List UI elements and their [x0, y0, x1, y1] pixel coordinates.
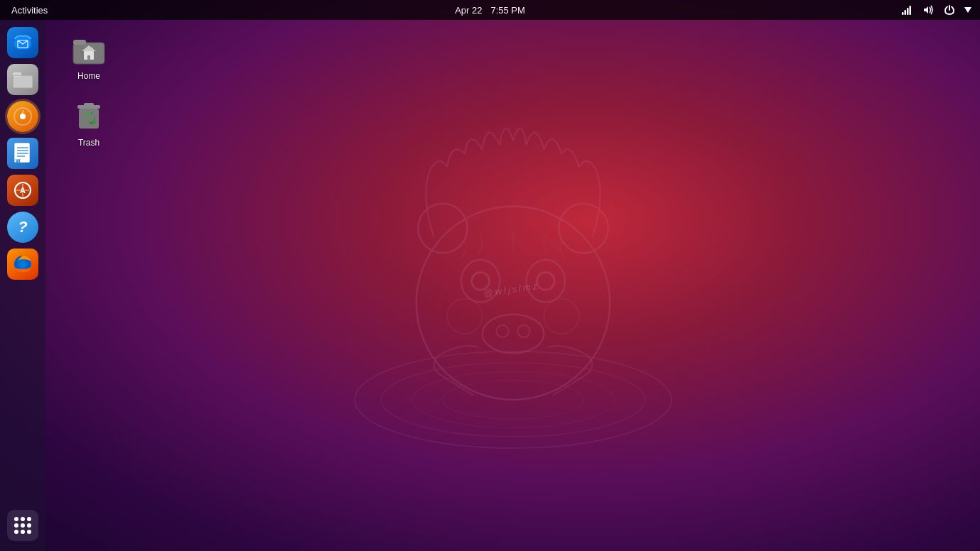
svg-point-8	[526, 260, 564, 302]
svg-rect-50	[79, 109, 99, 129]
svg-rect-43	[73, 40, 86, 45]
hippo-watermark	[45, 20, 980, 551]
svg-point-13	[517, 325, 529, 337]
desktop: @wljslmz	[0, 0, 980, 551]
dock-item-thunderbird[interactable]	[6, 26, 40, 60]
watermark-text: @wljslmz	[483, 280, 540, 299]
dock-item-help[interactable]: ?	[6, 210, 40, 244]
dock-item-software[interactable]: A	[6, 173, 40, 207]
desktop-icon-trash[interactable]: Trash	[57, 92, 121, 153]
svg-point-10	[537, 272, 554, 290]
svg-rect-16	[902, 12, 904, 15]
svg-point-3	[442, 381, 583, 419]
svg-rect-47	[91, 48, 93, 51]
svg-rect-49	[84, 103, 94, 107]
svg-point-11	[482, 315, 544, 353]
dropdown-icon[interactable]	[962, 6, 974, 14]
svg-point-1	[381, 363, 645, 437]
svg-point-14	[447, 299, 483, 334]
trash-icon-label: Trash	[78, 138, 99, 148]
svg-point-15	[544, 299, 579, 334]
home-folder-icon	[70, 31, 107, 68]
svg-text:W: W	[16, 158, 21, 163]
svg-text:A: A	[20, 186, 26, 195]
svg-text:♪: ♪	[21, 108, 25, 115]
trash-icon	[70, 98, 107, 135]
topbar-left: Activities	[6, 0, 53, 20]
svg-point-12	[496, 325, 508, 337]
topbar-center: Apr 22 7:55 PM	[455, 5, 525, 16]
desktop-icons: Home Trash	[57, 26, 121, 153]
volume-icon[interactable]	[920, 4, 937, 16]
topbar: Activities Apr 22 7:55 PM	[0, 0, 980, 20]
svg-point-4	[416, 207, 609, 400]
svg-rect-23	[13, 75, 33, 88]
svg-point-6	[559, 204, 608, 253]
power-icon[interactable]	[942, 4, 957, 16]
svg-rect-24	[13, 72, 21, 77]
svg-rect-46	[87, 55, 90, 60]
svg-rect-17	[905, 10, 907, 15]
svg-point-5	[418, 204, 467, 253]
dock-item-rhythmbox[interactable]: ♪	[6, 99, 40, 133]
dock-item-show-apps[interactable]	[6, 508, 40, 542]
svg-rect-18	[907, 8, 909, 15]
dock-item-firefox[interactable]	[6, 247, 40, 281]
home-icon-label: Home	[77, 71, 100, 81]
dock-item-files[interactable]	[6, 62, 40, 97]
desktop-icon-home[interactable]: Home	[57, 26, 121, 87]
activities-button[interactable]: Activities	[6, 0, 53, 20]
topbar-date: Apr 22	[455, 5, 482, 16]
svg-marker-21	[964, 7, 971, 13]
topbar-right	[899, 4, 974, 16]
svg-point-40	[19, 261, 26, 268]
dock-item-writer[interactable]: W	[6, 136, 40, 170]
topbar-time: 7:55 PM	[490, 5, 524, 16]
svg-point-0	[355, 351, 672, 448]
dock: ♪ W A ?	[0, 20, 45, 551]
svg-marker-20	[924, 6, 928, 13]
svg-point-2	[411, 371, 614, 427]
svg-point-9	[471, 272, 489, 290]
network-icon[interactable]	[899, 4, 916, 16]
svg-rect-19	[910, 6, 912, 15]
svg-point-7	[461, 260, 499, 302]
